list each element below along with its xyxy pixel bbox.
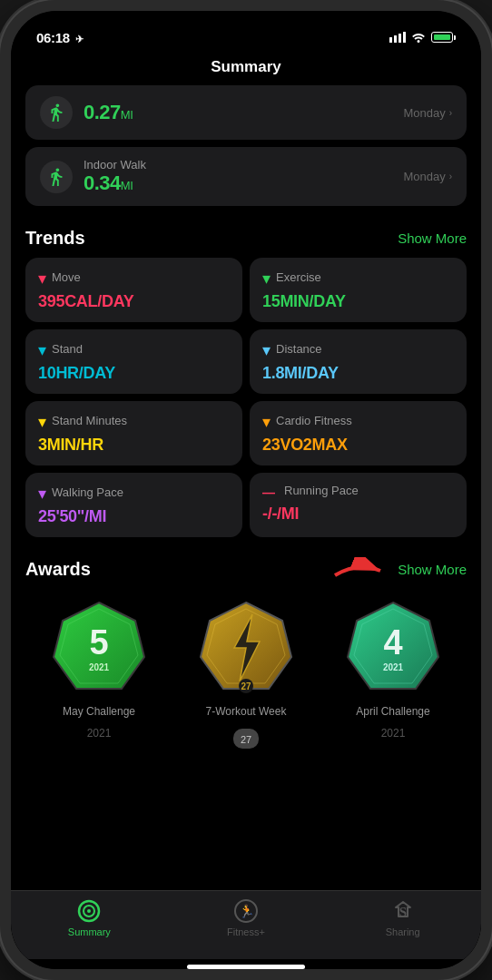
activity-meta-1: Monday › bbox=[403, 106, 452, 120]
page-title: Summary bbox=[29, 58, 463, 76]
trends-grid: ▾ Move 395CAL/DAY ▾ Exercise 15MIN/DAY bbox=[25, 258, 467, 537]
tab-sharing[interactable]: S Sharing bbox=[367, 898, 439, 937]
red-arrow-icon bbox=[330, 557, 385, 584]
svg-text:5: 5 bbox=[89, 623, 108, 662]
workout-badge-icon: 27 bbox=[196, 598, 296, 698]
trend-exercise-arrow: ▾ bbox=[262, 269, 271, 289]
status-time: 06:18 ✈ bbox=[36, 30, 83, 45]
april-badge-icon: 4 2021 bbox=[343, 598, 443, 698]
trend-distance[interactable]: ▾ Distance 1.8MI/DAY bbox=[250, 329, 467, 394]
trend-running-pace-dash: — bbox=[262, 485, 275, 500]
trend-walking-pace[interactable]: ▾ Walking Pace 25'50"/MI bbox=[25, 473, 242, 537]
trend-cardio-label: Cardio Fitness bbox=[276, 414, 352, 427]
page-header: Summary bbox=[11, 51, 481, 85]
trend-distance-arrow: ▾ bbox=[262, 340, 271, 360]
activity-info-2: Indoor Walk 0.34MI bbox=[84, 158, 392, 195]
tab-sharing-label: Sharing bbox=[386, 926, 420, 937]
trends-section-header: Trends Show More bbox=[25, 213, 467, 258]
scroll-area[interactable]: 0.27MI Monday › Indoor Walk bbox=[11, 85, 481, 890]
svg-rect-3 bbox=[403, 32, 406, 43]
wifi-icon bbox=[411, 32, 426, 43]
tab-bar: Summary 🏃 Fitness+ S Sharing bbox=[11, 890, 481, 959]
award-may[interactable]: 5 2021 May Challenge 2021 bbox=[35, 598, 162, 740]
trend-stand-value: 10HR/DAY bbox=[38, 364, 230, 383]
may-badge-icon: 5 2021 bbox=[49, 598, 149, 698]
trend-move-arrow: ▾ bbox=[38, 269, 46, 289]
april-award-label: April Challenge bbox=[356, 705, 429, 720]
trend-stand-minutes[interactable]: ▾ Stand Minutes 3MIN/HR bbox=[25, 401, 242, 466]
award-workout[interactable]: 27 7-Workout Week 27 bbox=[182, 598, 310, 749]
sharing-tab-icon: S bbox=[390, 898, 416, 924]
awards-show-more[interactable]: Show More bbox=[398, 562, 467, 577]
fitness-tab-icon: 🏃 bbox=[233, 898, 259, 924]
svg-text:2021: 2021 bbox=[383, 662, 404, 672]
awards-section: Awards Show More bbox=[25, 544, 467, 758]
activity-card-walk1[interactable]: 0.27MI Monday › bbox=[25, 85, 467, 140]
trend-exercise-label: Exercise bbox=[276, 270, 321, 284]
svg-text:S: S bbox=[399, 905, 406, 919]
svg-rect-0 bbox=[389, 37, 392, 43]
walk-icon-2 bbox=[40, 161, 73, 193]
phone-frame: 06:18 ✈ bbox=[0, 0, 492, 980]
tab-summary-label: Summary bbox=[68, 926, 111, 937]
svg-point-19 bbox=[87, 909, 91, 913]
trend-stand-minutes-arrow: ▾ bbox=[38, 412, 46, 432]
may-award-sublabel: 2021 bbox=[87, 727, 112, 740]
activity-info-1: 0.27MI bbox=[84, 101, 392, 124]
trend-running-pace-value: -/-/MI bbox=[262, 505, 454, 524]
trend-running-pace[interactable]: — Running Pace -/-/MI bbox=[250, 473, 467, 537]
notch bbox=[178, 11, 314, 38]
trend-distance-label: Distance bbox=[276, 342, 322, 356]
svg-text:2021: 2021 bbox=[89, 662, 110, 672]
may-award-label: May Challenge bbox=[63, 705, 135, 720]
summary-tab-icon bbox=[76, 898, 102, 924]
award-april[interactable]: 4 2021 April Challenge 2021 bbox=[330, 598, 457, 740]
home-indicator bbox=[187, 965, 305, 969]
trend-distance-value: 1.8MI/DAY bbox=[262, 364, 454, 383]
activity-meta-2: Monday › bbox=[403, 170, 452, 183]
svg-rect-2 bbox=[399, 34, 401, 43]
april-award-sublabel: 2021 bbox=[381, 727, 406, 740]
trend-walking-pace-label: Walking Pace bbox=[52, 485, 123, 499]
tab-fitness[interactable]: 🏃 Fitness+ bbox=[210, 898, 282, 937]
trend-move-label: Move bbox=[52, 270, 81, 284]
status-icons bbox=[389, 32, 456, 43]
trend-walking-pace-value: 25'50"/MI bbox=[38, 507, 230, 526]
workout-award-label: 7-Workout Week bbox=[206, 705, 287, 720]
trend-cardio[interactable]: ▾ Cardio Fitness 23VO2MAX bbox=[250, 401, 467, 466]
walk-icon-1 bbox=[40, 96, 73, 129]
awards-section-header: Awards Show More bbox=[25, 544, 467, 589]
svg-text:27: 27 bbox=[241, 681, 251, 691]
trend-running-pace-label: Running Pace bbox=[284, 484, 359, 497]
app-screen: 06:18 ✈ bbox=[11, 11, 481, 969]
trends-show-more[interactable]: Show More bbox=[398, 230, 467, 246]
activity-label-2: Indoor Walk bbox=[84, 158, 392, 172]
svg-rect-1 bbox=[394, 35, 397, 43]
svg-text:🏃: 🏃 bbox=[238, 904, 254, 919]
tab-fitness-label: Fitness+ bbox=[227, 926, 265, 937]
trend-stand-arrow: ▾ bbox=[38, 340, 46, 360]
svg-text:4: 4 bbox=[383, 623, 402, 662]
tab-summary[interactable]: Summary bbox=[53, 898, 125, 937]
signal-icon bbox=[389, 32, 406, 43]
trend-stand-minutes-label: Stand Minutes bbox=[52, 414, 127, 427]
trends-title: Trends bbox=[25, 228, 85, 249]
battery-icon bbox=[431, 32, 456, 43]
trend-stand-minutes-value: 3MIN/HR bbox=[38, 436, 230, 455]
trend-exercise-value: 15MIN/DAY bbox=[262, 292, 454, 311]
awards-title: Awards bbox=[25, 559, 91, 580]
activity-card-walk2[interactable]: Indoor Walk 0.34MI Monday › bbox=[25, 147, 467, 206]
trend-cardio-arrow: ▾ bbox=[262, 412, 271, 432]
trend-stand[interactable]: ▾ Stand 10HR/DAY bbox=[25, 329, 242, 394]
trend-stand-label: Stand bbox=[52, 342, 83, 356]
trend-move-value: 395CAL/DAY bbox=[38, 292, 230, 311]
trend-cardio-value: 23VO2MAX bbox=[262, 436, 454, 455]
activity-value-2: 0.34MI bbox=[84, 172, 392, 195]
trend-walking-pace-arrow: ▾ bbox=[38, 484, 46, 504]
activity-value-1: 0.27MI bbox=[84, 101, 392, 124]
awards-row: 5 2021 May Challenge 2021 bbox=[25, 589, 467, 758]
trend-exercise[interactable]: ▾ Exercise 15MIN/DAY bbox=[250, 258, 467, 322]
workout-count-badge: 27 bbox=[233, 729, 259, 749]
trend-move[interactable]: ▾ Move 395CAL/DAY bbox=[25, 258, 242, 322]
phone-screen: 06:18 ✈ bbox=[11, 11, 481, 969]
